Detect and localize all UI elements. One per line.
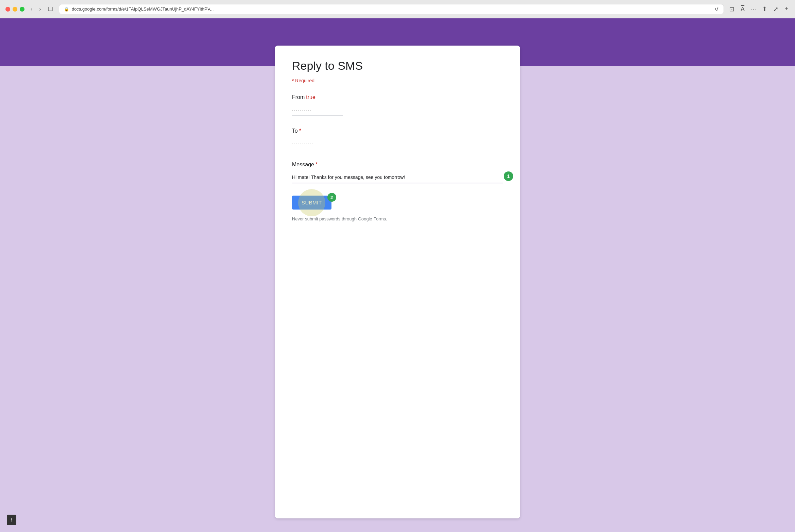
from-blurred-value: ··········	[292, 106, 343, 116]
content-area: Reply to SMS * Required From true ······…	[0, 66, 795, 532]
translate-button[interactable]: A̅	[739, 4, 746, 14]
close-traffic-light[interactable]	[5, 7, 10, 12]
message-input[interactable]	[292, 173, 503, 183]
to-required-star: *	[299, 128, 301, 134]
badge-1: 1	[504, 171, 513, 181]
submit-button[interactable]: SUBMIT	[292, 196, 331, 210]
submit-button-wrapper: SUBMIT 2	[292, 196, 331, 210]
message-label: Message *	[292, 162, 503, 168]
feedback-button[interactable]: !	[7, 515, 16, 525]
browser-chrome: ‹ › ❏ 🔒 docs.google.com/forms/d/e/1FAIpQ…	[0, 0, 795, 18]
back-button[interactable]: ‹	[29, 5, 34, 13]
message-wrapper: 1	[292, 173, 503, 183]
from-input-wrapper: ··········	[292, 106, 503, 116]
privacy-notice: Never submit passwords through Google Fo…	[292, 216, 503, 221]
url-text: docs.google.com/forms/d/e/1FAIpQLSeMWGJT…	[72, 6, 712, 12]
nav-buttons: ‹ › ❏	[29, 5, 55, 13]
reload-button[interactable]: ↺	[715, 6, 719, 12]
address-bar[interactable]: 🔒 docs.google.com/forms/d/e/1FAIpQLSeMWG…	[59, 4, 724, 14]
to-input-wrapper: ···········	[292, 139, 503, 149]
to-field-group: To * ···········	[292, 128, 503, 149]
message-field-group: Message * 1	[292, 162, 503, 183]
to-label: To *	[292, 128, 503, 134]
submit-section: SUBMIT 2 Never submit passwords through …	[292, 196, 503, 221]
forward-button[interactable]: ›	[37, 5, 43, 13]
more-button[interactable]: ···	[749, 4, 757, 14]
traffic-lights	[5, 7, 25, 12]
from-label: From true	[292, 94, 503, 100]
feedback-icon: !	[11, 517, 12, 522]
badge-2: 2	[327, 193, 336, 202]
browser-actions: ⊡ A̅ ··· ⬆ ⤢ +	[728, 4, 790, 14]
message-required-star: *	[315, 162, 318, 168]
required-notice: * Required	[292, 78, 503, 83]
form-card: Reply to SMS * Required From true ······…	[275, 46, 520, 518]
share-button[interactable]: ⬆	[761, 4, 768, 14]
form-title: Reply to SMS	[292, 59, 503, 72]
lock-icon: 🔒	[64, 7, 69, 12]
fit-button[interactable]: ⤢	[772, 4, 780, 14]
to-blurred-value: ···········	[292, 139, 343, 149]
minimize-traffic-light[interactable]	[13, 7, 17, 12]
from-field-group: From true ··········	[292, 94, 503, 116]
fullscreen-traffic-light[interactable]	[20, 7, 25, 12]
from-required-star: true	[306, 94, 315, 100]
pocket-button[interactable]: ⊡	[728, 4, 736, 14]
newtab-button[interactable]: +	[783, 4, 790, 14]
sidebar-button[interactable]: ❏	[46, 5, 55, 13]
